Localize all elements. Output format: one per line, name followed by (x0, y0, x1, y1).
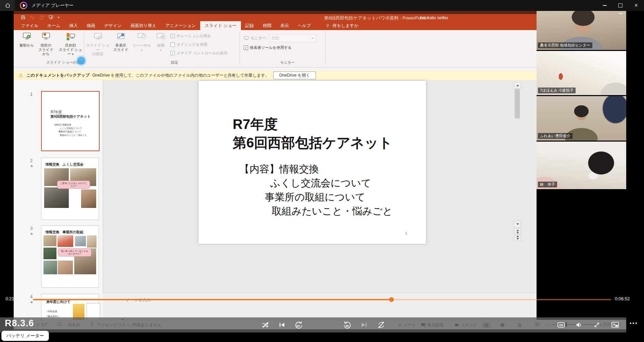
home-icon (4, 2, 11, 9)
cursor-highlight (77, 57, 85, 65)
monitor-dropdown: 自動▼ (269, 34, 316, 42)
photo (44, 187, 69, 208)
photo (75, 236, 86, 246)
media-player-titlebar: メディア プレーヤー × (0, 0, 644, 11)
tab-help[interactable]: ヘルプ (293, 21, 315, 30)
tab-review[interactable]: 校閲 (258, 21, 276, 30)
tab-design[interactable]: デザイン (100, 21, 126, 30)
participant-name: 桑名市西部 地域包括センター (538, 42, 592, 48)
ribbon-tab-row: ファイル ホーム 挿入 描画 デザイン 画面切り替え アニメーション スライド … (14, 21, 626, 30)
media-controls-checkbox: ✓メディア コントロールの表示 (170, 51, 228, 56)
close-icon: × (634, 2, 637, 9)
more-options-button[interactable]: ••• (630, 320, 638, 326)
elapsed-time: 0:21:52 (5, 296, 20, 301)
tab-transitions[interactable]: 画面切り替え (126, 21, 161, 30)
tab-slideshow[interactable]: スライド ショー (200, 21, 241, 30)
collapse-strip-icon[interactable] (619, 13, 623, 14)
player-control-bar: 10 30 (0, 317, 626, 332)
participant-video-4[interactable]: 林 幸子 (537, 142, 626, 189)
home-button[interactable] (0, 0, 15, 11)
dropdown-arrow-icon: ▼ (310, 37, 315, 40)
participant-name: ふれあい豊田俊介 (538, 133, 572, 139)
forward-30-button[interactable]: 30 (341, 317, 355, 332)
slide3-animation-star: ★ (30, 232, 33, 236)
minimize-icon (603, 5, 607, 6)
slide3-number: 3 (30, 226, 33, 231)
shuffle-icon (261, 321, 270, 329)
tab-view[interactable]: 表示 (276, 21, 293, 30)
close-button[interactable]: × (628, 0, 644, 11)
photo (58, 261, 73, 274)
slide-thumbnail-panel: 1 R7年度 第6回西部包括ケアネット 【内容】情報交換 ふくし交流会について … (14, 80, 103, 329)
subtitles-button[interactable] (554, 317, 568, 332)
ppt-window-edge (14, 11, 626, 14)
video-date-overlay: R8.3.6 (5, 318, 34, 329)
seek-bar[interactable] (33, 299, 611, 300)
slide-thumbnail-1[interactable]: R7年度 第6回西部包括ケアネット 【内容】情報交換 ふくし交流会について 事業… (41, 91, 100, 151)
custom-slideshow-button[interactable]: 目的別スライド ショー ▾ (58, 32, 83, 57)
hide-slide-button[interactable]: 非表示スライド (111, 32, 131, 52)
next-slide-button[interactable] (514, 235, 521, 241)
photo (81, 189, 96, 208)
scrollbar-up-button[interactable] (514, 82, 521, 89)
participant-video-1[interactable]: 桑名市西部 地域包括センター (537, 11, 626, 50)
participant-video-3[interactable]: ふれあい豊田俊介 (537, 96, 626, 141)
shuffle-button[interactable] (259, 317, 272, 332)
tab-insert[interactable]: 挿入 (65, 21, 82, 30)
tab-record[interactable]: 記録 (241, 21, 258, 30)
slide-title: R7年度 第6回西部包括ケアネット (233, 115, 392, 152)
from-beginning-button[interactable]: 最初から (18, 32, 35, 48)
presenter-view-checkbox[interactable]: ✓発表者ツールを使用する (244, 45, 292, 50)
volume-icon (575, 321, 583, 328)
seek-bar-thumb[interactable] (389, 297, 394, 302)
scrollbar-thumb[interactable] (515, 89, 520, 118)
fullscreen-button[interactable] (590, 317, 604, 332)
tab-animations[interactable]: アニメーション (161, 21, 200, 30)
previous-button[interactable] (275, 317, 289, 332)
tab-file[interactable]: ファイル (16, 21, 43, 30)
slide2-callout: ご参加いただきいかがでしたか? (57, 181, 90, 189)
slide-thumbnail-2[interactable]: 情報交換 ふくし交流会 ご参加いただきいかがでしたか? (41, 158, 99, 220)
slide1-number: 1 (30, 92, 33, 97)
maximize-button[interactable] (613, 0, 628, 11)
svg-text:10: 10 (296, 324, 300, 328)
previous-slide-button[interactable] (514, 228, 521, 234)
onedrive-notification-bar: ⚠ このドキュメントをバックアップ OneDrive を使用して、このファイルや… (14, 71, 626, 80)
tab-draw[interactable]: 描画 (82, 21, 100, 30)
volume-button[interactable] (572, 317, 586, 332)
monitor-row: モニター: 自動▼ (244, 34, 316, 42)
photo (87, 235, 96, 248)
account-name[interactable]: houkatu seibu (420, 15, 448, 20)
next-button[interactable] (357, 317, 371, 332)
slide-thumbnail-3[interactable]: 情報交換 事業所の取組 他に取り組んでいることはありますか? (41, 225, 99, 288)
rewind-10-button[interactable]: 10 (292, 317, 305, 332)
group-separator (240, 32, 240, 64)
tab-home[interactable]: ホーム (43, 21, 65, 30)
participant-strip: 桑名市西部 地域包括センター 7ほほえみ 小森悦子 ふれあい豊田俊介 林 幸子 (537, 11, 626, 320)
slide1-body: 【内容】情報交換 ふくし交流会について 事業所の取組について 取組みたいこと・悩… (53, 123, 87, 137)
ppt-titlebar: ▾ 第6回西部包括ケアネットパワポ資料 - PowerPoint houkatu… (14, 14, 626, 21)
chevron-down-icon: ▾ (72, 53, 74, 56)
slide4-number: 4 (30, 294, 33, 299)
remaining-time: 0:06:52 (615, 296, 630, 301)
open-onedrive-button[interactable]: OneDrive を開く (273, 71, 316, 79)
participant-video-2[interactable]: 7ほほえみ 小森悦子 (537, 51, 626, 95)
tellme-bulb-icon (325, 23, 330, 28)
mini-player-icon (611, 321, 619, 328)
from-current-slide-button[interactable]: 現在のスライドから (37, 32, 55, 56)
repeat-button[interactable] (374, 317, 388, 332)
fullscreen-icon (593, 321, 601, 329)
group-label-monitor: モニター (250, 60, 325, 65)
slide3-callout: 他に取り組んでいることはありますか? (58, 248, 91, 256)
slide-page-number: 1 (405, 231, 407, 235)
photo (57, 235, 73, 247)
main-slide[interactable]: R7年度 第6回西部包括ケアネット 【内容】情報交換 ふくし交流会について 事業… (198, 81, 426, 244)
mini-player-button[interactable] (608, 317, 622, 332)
minimize-button[interactable] (597, 0, 613, 11)
media-player-app-icon (20, 2, 27, 9)
tellme-box[interactable]: 何をしますか (330, 21, 363, 30)
screen: メディア プレーヤー × ▾ 第6回西部包括ケアネットパワポ資料 - Power… (0, 0, 644, 342)
notes-pane[interactable]: ノートを入力 (103, 293, 537, 320)
scrollbar-down-button[interactable] (514, 221, 521, 227)
record-button: 録画▾ (153, 32, 169, 52)
